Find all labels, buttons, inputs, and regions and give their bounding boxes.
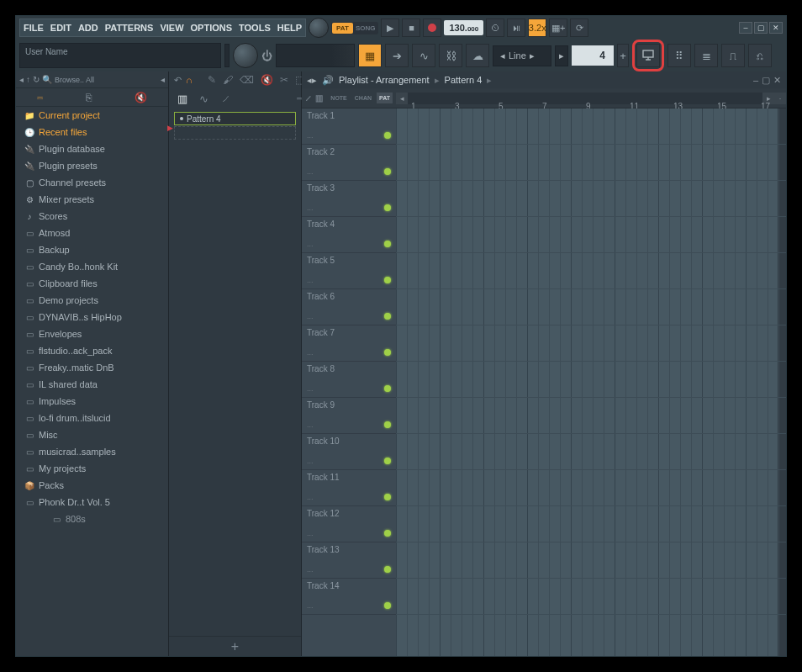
timeline-ruler[interactable]: ◂ 1357911131517 ▸ · bbox=[396, 93, 786, 104]
browser-item[interactable]: ▭My projects bbox=[16, 460, 168, 477]
pl-min-button[interactable]: – bbox=[753, 75, 758, 86]
browser-item[interactable]: 📦Packs bbox=[16, 477, 168, 494]
track-mute-led[interactable] bbox=[384, 458, 391, 464]
browser-item[interactable]: ▢Channel presets bbox=[16, 174, 168, 191]
automation-icon[interactable]: ⎓ bbox=[297, 93, 302, 103]
browser-item[interactable]: ▭DYNAVIB..s HipHop bbox=[16, 309, 168, 325]
step-next-button[interactable]: ➔ bbox=[385, 44, 409, 67]
tab-chan[interactable]: CHAN bbox=[352, 93, 374, 103]
main-volume-knob[interactable] bbox=[309, 18, 329, 38]
browser-item[interactable]: ▭musicrad..samples bbox=[16, 443, 168, 460]
browser-item[interactable]: ▭Demo projects bbox=[16, 292, 168, 309]
overdub-button[interactable]: ▦+ bbox=[549, 19, 567, 37]
track-mute-led[interactable] bbox=[384, 349, 391, 356]
track-header[interactable]: Track 7··· bbox=[302, 325, 396, 362]
view-piano-button[interactable]: ≣ bbox=[694, 44, 718, 67]
channel-rack-button[interactable]: ⠿ bbox=[667, 44, 691, 67]
scroll-more-button[interactable]: · bbox=[774, 93, 786, 104]
browser-item[interactable]: 🔌Plugin presets bbox=[16, 157, 168, 174]
pattern-add[interactable]: + bbox=[617, 44, 629, 67]
track-mute-led[interactable] bbox=[384, 277, 391, 283]
mixer-button[interactable]: ☁ bbox=[466, 44, 489, 67]
view-playlist-button[interactable]: ▦ bbox=[358, 44, 382, 67]
track-options-icon[interactable]: ··· bbox=[307, 278, 314, 286]
track-header[interactable]: Track 1··· bbox=[302, 108, 396, 145]
main-pitch-knob[interactable] bbox=[233, 43, 258, 68]
countdown-button[interactable]: 3.2x bbox=[528, 19, 546, 37]
track-header[interactable]: Track 2··· bbox=[302, 145, 396, 181]
tool-paint-icon[interactable]: 🖌 bbox=[223, 74, 233, 86]
track-mute-led[interactable] bbox=[384, 132, 391, 139]
track-header[interactable]: Track 10··· bbox=[302, 434, 396, 470]
track-options-icon[interactable]: ··· bbox=[307, 422, 314, 431]
menu-patterns[interactable]: PATTERNS bbox=[102, 19, 157, 36]
tool-mute-icon[interactable]: 🔇 bbox=[261, 74, 273, 86]
tab-note[interactable]: NOTE bbox=[328, 93, 349, 103]
tempo-display[interactable]: 130.000 bbox=[444, 20, 483, 35]
menu-tools[interactable]: TOOLS bbox=[235, 19, 274, 36]
menu-file[interactable]: FILE bbox=[20, 19, 47, 36]
track-header[interactable]: Track 4··· bbox=[302, 217, 396, 253]
snap-select[interactable]: ◂ Line ▸ bbox=[493, 45, 551, 66]
waveform-icon[interactable]: ⎓ bbox=[37, 92, 43, 103]
tab-pat[interactable]: PAT bbox=[377, 93, 393, 103]
menu-edit[interactable]: EDIT bbox=[47, 19, 75, 36]
playlist-menu-icon[interactable]: ◂▸ bbox=[307, 75, 317, 86]
tool-slice-icon[interactable]: ✂ bbox=[280, 74, 288, 86]
browser-item[interactable]: ▭Phonk Dr..t Vol. 5 bbox=[16, 494, 168, 511]
browser-item[interactable]: ▭flstudio..ack_pack bbox=[16, 342, 168, 359]
mute-icon[interactable]: 🔇 bbox=[135, 92, 147, 103]
pl-close-button[interactable]: ✕ bbox=[773, 75, 781, 86]
picker-wave-icon[interactable]: ∿ bbox=[199, 93, 208, 105]
pattern-number[interactable]: 4 bbox=[572, 45, 614, 66]
track-mute-led[interactable] bbox=[384, 530, 391, 537]
arrangement-grid[interactable] bbox=[396, 108, 786, 656]
track-options-icon[interactable]: ··· bbox=[307, 133, 314, 141]
track-options-icon[interactable]: ··· bbox=[307, 169, 314, 177]
track-options-icon[interactable]: ··· bbox=[307, 603, 314, 611]
picker-back-icon[interactable]: ↶ bbox=[174, 75, 182, 86]
tool-erase-icon[interactable]: ⌫ bbox=[240, 74, 254, 86]
browser-item[interactable]: 📁Current project bbox=[16, 107, 168, 124]
pl-max-button[interactable]: ▢ bbox=[762, 75, 770, 86]
maximize-button[interactable]: ▢ bbox=[754, 22, 768, 34]
browser-item[interactable]: ▭Clipboard files bbox=[16, 275, 168, 292]
menu-view[interactable]: VIEW bbox=[156, 19, 187, 36]
picker-auto-icon[interactable]: ⟋ bbox=[220, 93, 231, 105]
view-mixer-button[interactable]: ⎍ bbox=[721, 44, 745, 67]
track-header[interactable]: Track 9··· bbox=[302, 398, 396, 434]
browser-item[interactable]: ▭Candy Bo..honk Kit bbox=[16, 258, 168, 275]
track-options-icon[interactable]: ··· bbox=[307, 205, 314, 214]
piano-icon[interactable]: ▥ bbox=[315, 93, 323, 103]
up-icon[interactable]: ↑ bbox=[26, 75, 30, 84]
picker-magnet-icon[interactable]: ∩ bbox=[186, 75, 193, 85]
track-options-icon[interactable]: ··· bbox=[307, 531, 314, 539]
track-header[interactable]: Track 14··· bbox=[302, 579, 396, 615]
pitch-strip[interactable] bbox=[224, 44, 230, 67]
track-mute-led[interactable] bbox=[384, 204, 391, 211]
menu-options[interactable]: OPTIONS bbox=[187, 19, 236, 36]
track-mute-led[interactable] bbox=[384, 602, 391, 609]
browser-item[interactable]: ▭lo-fi drum..itslucid bbox=[16, 410, 168, 426]
link-button[interactable]: ∿ bbox=[412, 44, 435, 67]
menu-add[interactable]: ADD bbox=[75, 19, 102, 36]
link-icon2[interactable]: ⟋ bbox=[304, 93, 313, 103]
stop-button[interactable]: ■ bbox=[402, 19, 420, 37]
track-header[interactable]: Track 12··· bbox=[302, 506, 396, 542]
track-header[interactable]: Track 11··· bbox=[302, 470, 396, 506]
track-mute-led[interactable] bbox=[384, 385, 391, 392]
playlist-speaker-icon[interactable]: 🔊 bbox=[322, 75, 334, 86]
track-mute-led[interactable] bbox=[384, 566, 391, 573]
track-mute-led[interactable] bbox=[384, 313, 391, 320]
track-options-icon[interactable]: ··· bbox=[307, 567, 314, 575]
track-options-icon[interactable]: ··· bbox=[307, 386, 314, 394]
track-header[interactable]: Track 6··· bbox=[302, 289, 396, 325]
browser-item[interactable]: ▭IL shared data bbox=[16, 376, 168, 393]
playlist-pattern-crumb[interactable]: Pattern 4 bbox=[445, 75, 483, 85]
close-button[interactable]: ✕ bbox=[769, 22, 783, 34]
track-header[interactable]: Track 13··· bbox=[302, 542, 396, 579]
metronome-button[interactable]: ⏲ bbox=[486, 19, 504, 37]
browser-item[interactable]: 🕒Recent files bbox=[16, 124, 168, 140]
browser-item[interactable]: ▭Envelopes bbox=[16, 325, 168, 342]
browser-item[interactable]: ♪Scores bbox=[16, 208, 168, 225]
